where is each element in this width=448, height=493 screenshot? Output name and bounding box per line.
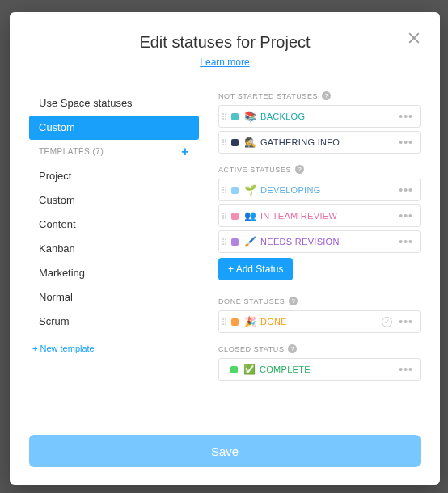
modal-title: Edit statuses for Project [29,33,421,52]
sidebar-template-custom[interactable]: Custom [29,188,199,213]
close-icon[interactable] [406,30,422,49]
templates-label: TEMPLATES (7) [39,140,104,164]
group-label-closed: CLOSED STATUS ? [218,344,421,353]
add-status-button[interactable]: + Add Status [218,258,293,280]
status-name: DEVELOPING [260,185,397,195]
sidebar-item-custom[interactable]: Custom [29,116,199,140]
learn-more-link[interactable]: Learn more [200,57,249,68]
more-icon[interactable]: ••• [397,363,415,376]
drag-handle-icon[interactable] [222,213,226,219]
color-chip[interactable] [231,318,239,326]
emoji-icon: 🖌️ [244,236,256,247]
emoji-icon: 🌱 [244,184,256,196]
emoji-icon: 📚 [244,111,256,122]
color-chip[interactable] [231,187,239,194]
color-chip[interactable] [231,139,239,146]
status-name: DONE [260,317,382,327]
status-row-backlog[interactable]: 📚 BACKLOG ••• [218,105,421,128]
more-icon[interactable]: ••• [397,136,415,149]
sidebar-template-project[interactable]: Project [29,164,199,188]
check-circle-icon[interactable]: ✓ [382,317,392,327]
help-icon[interactable]: ? [288,344,297,353]
color-chip[interactable] [231,113,239,120]
sidebar-template-marketing[interactable]: Marketing [29,261,199,285]
edit-statuses-modal: Edit statuses for Project Learn more Use… [10,12,440,485]
status-name: IN TEAM REVIEW [260,211,397,221]
more-icon[interactable]: ••• [397,110,415,123]
drag-handle-icon[interactable] [222,238,226,245]
status-name: BACKLOG [260,112,397,121]
emoji-icon: 🎉 [244,316,256,327]
drag-handle-icon[interactable] [222,113,226,120]
color-chip[interactable] [231,213,239,220]
group-label-not-started: NOT STARTED STATUSES ? [218,91,421,100]
drag-handle-icon[interactable] [222,139,226,145]
modal-footer: Save [29,435,421,467]
sidebar: Use Space statuses Custom TEMPLATES (7) … [29,91,199,420]
drag-handle-icon[interactable] [222,318,226,325]
group-label-done: DONE STATUSES ? [218,297,421,305]
emoji-icon: ✅ [243,364,256,375]
sidebar-template-kanban[interactable]: Kanban [29,237,199,261]
more-icon[interactable]: ••• [397,209,415,222]
more-icon[interactable]: ••• [397,235,415,248]
templates-header: TEMPLATES (7) + [29,140,199,164]
modal-header: Edit statuses for Project Learn more [29,33,421,69]
status-row-in-team-review[interactable]: 👥 IN TEAM REVIEW ••• [218,204,421,227]
status-name: GATHERING INFO [260,137,397,147]
color-chip[interactable] [230,366,238,373]
status-row-done[interactable]: 🎉 DONE ✓ ••• [218,310,421,333]
statuses-panel: NOT STARTED STATUSES ? 📚 BACKLOG ••• 🕵️ … [218,91,421,420]
sidebar-template-scrum[interactable]: Scrum [29,310,199,334]
emoji-icon: 🕵️ [244,137,256,148]
status-row-gathering-info[interactable]: 🕵️ GATHERING INFO ••• [218,131,421,154]
sidebar-template-content[interactable]: Content [29,213,199,237]
help-icon[interactable]: ? [289,297,298,305]
more-icon[interactable]: ••• [397,183,415,196]
status-name: NEEDS REVISION [260,237,397,247]
status-row-needs-revision[interactable]: 🖌️ NEEDS REVISION ••• [218,230,421,253]
more-icon[interactable]: ••• [397,315,415,328]
help-icon[interactable]: ? [295,165,304,174]
sidebar-template-normal[interactable]: Normal [29,285,199,310]
status-row-developing[interactable]: 🌱 DEVELOPING ••• [218,179,421,201]
status-row-complete[interactable]: ✅ COMPLETE ••• [218,358,421,381]
group-label-active: ACTIVE STATUSES ? [218,165,421,174]
emoji-icon: 👥 [244,210,256,221]
color-chip[interactable] [231,238,239,246]
add-template-icon[interactable]: + [181,140,189,164]
drag-handle-icon[interactable] [222,187,226,193]
help-icon[interactable]: ? [322,91,331,100]
modal-body: Use Space statuses Custom TEMPLATES (7) … [29,91,421,420]
new-template-link[interactable]: + New template [29,343,199,353]
save-button[interactable]: Save [29,435,421,467]
sidebar-item-use-space[interactable]: Use Space statuses [29,91,199,116]
status-name: COMPLETE [260,364,397,374]
